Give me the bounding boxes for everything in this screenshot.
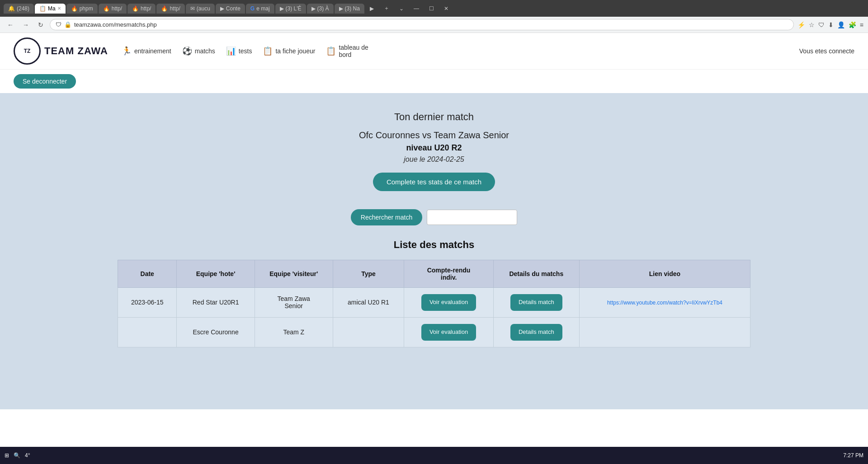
address-bar[interactable]: 🛡 🔒 teamzawa.com/mesmatchs.php — [50, 19, 794, 30]
matches-table: Date Equipe 'hote' Equipe 'visiteur' Typ… — [118, 260, 750, 347]
menu-icon[interactable]: ≡ — [860, 21, 863, 28]
shield-icon: 🛡 — [56, 21, 61, 28]
tabs-container: 🔔(248) 📋Ma✕ 🔥phpm 🔥http/ 🔥http/ 🔥http/ ✉… — [4, 3, 453, 14]
search-button[interactable]: Rechercher match — [351, 209, 422, 225]
video-link: https://www.youtube.com/watch?v=IiXrvwYz… — [607, 300, 722, 306]
tab-phpm[interactable]: 🔥phpm — [66, 4, 98, 14]
browser-controls: ← → ↻ 🛡 🔒 teamzawa.com/mesmatchs.php ⚡ ☆… — [0, 17, 868, 33]
col-compte-rendu: Compte-renduindiv. — [404, 260, 493, 288]
profile-icon[interactable]: 👤 — [837, 21, 845, 28]
col-type: Type — [333, 260, 404, 288]
cell-home: Red Star U20R1 — [177, 288, 255, 318]
translate-icon[interactable]: ⚡ — [797, 21, 805, 28]
nav-tests-label: tests — [239, 47, 252, 55]
window-maximize[interactable]: ☐ — [425, 4, 439, 14]
tab-http1[interactable]: 🔥http/ — [99, 4, 127, 14]
player-icon: 📋 — [263, 46, 273, 56]
main-content: Ton dernier match Ofc Couronnes vs Team … — [0, 93, 868, 409]
bookmark-icon[interactable]: ☆ — [809, 21, 815, 28]
tab-more[interactable]: ▶ — [365, 4, 378, 14]
browser-actions: ⚡ ☆ 🛡 ⬇ 👤 🧩 ≡ — [797, 21, 863, 28]
lock-icon: 🔒 — [64, 21, 71, 28]
search-area: Rechercher match — [9, 209, 859, 225]
tab-notifications[interactable]: 🔔(248) — [4, 4, 34, 14]
tab-active[interactable]: 📋Ma✕ — [35, 4, 66, 14]
tab-youtube2[interactable]: ▶(3) L'É — [275, 4, 306, 14]
cell-visitor: Team ZawaSenior — [255, 288, 333, 318]
dashboard-icon: 📋 — [326, 46, 336, 56]
tab-list[interactable]: ⌄ — [395, 4, 408, 14]
cell-visitor-2: Team Z — [255, 317, 333, 347]
main-nav: 🏃 entrainement ⚽ matchs 📊 tests 📋 ta fic… — [122, 44, 854, 58]
table-row: Escre Couronne Team Z Voir evaluation De… — [118, 317, 750, 347]
match-info: Ofc Couronnes vs Team Zawa Senior niveau… — [9, 130, 859, 164]
nav-matchs[interactable]: ⚽ matchs — [182, 46, 215, 56]
cell-date-2 — [118, 317, 177, 347]
nav-entrainement-label: entrainement — [134, 47, 171, 55]
soccer-icon: ⚽ — [182, 46, 192, 56]
nav-tableau[interactable]: 📋 tableau debord — [326, 44, 368, 58]
details-match-button-2[interactable]: Details match — [510, 324, 562, 341]
nav-tests[interactable]: 📊 tests — [226, 46, 252, 56]
logo-text: TZ — [24, 48, 31, 54]
nav-matchs-label: matchs — [195, 47, 215, 55]
table-row: 2023-06-15 Red Star U20R1 Team ZawaSenio… — [118, 288, 750, 318]
col-date: Date — [118, 260, 177, 288]
col-visitor: Equipe 'visiteur' — [255, 260, 333, 288]
tab-http3[interactable]: 🔥http/ — [156, 4, 184, 14]
table-header-row: Date Equipe 'hote' Equipe 'visiteur' Typ… — [118, 260, 750, 288]
connected-text: Vous etes connecte — [799, 47, 854, 55]
cell-video-2 — [579, 317, 750, 347]
voir-evaluation-button[interactable]: Voir evaluation — [421, 294, 476, 311]
back-button[interactable]: ← — [5, 20, 16, 29]
voir-evaluation-button-2[interactable]: Voir evaluation — [421, 324, 476, 341]
extensions-icon[interactable]: 🧩 — [849, 21, 856, 28]
logo: TZ — [14, 37, 41, 65]
tab-google[interactable]: Ge maj — [246, 4, 274, 14]
logout-button[interactable]: Se deconnecter — [14, 74, 76, 89]
col-details: Details du matchs — [493, 260, 579, 288]
window-close[interactable]: ✕ — [439, 4, 453, 14]
tab-gmail[interactable]: ✉(aucu — [186, 4, 215, 14]
window-minimize[interactable]: — — [409, 4, 424, 14]
cell-evaluation-2: Voir evaluation — [404, 317, 493, 347]
details-match-button[interactable]: Details match — [510, 294, 562, 311]
list-title: Liste des matchs — [9, 239, 859, 251]
site-name: TEAM ZAWA — [44, 45, 108, 57]
cell-details-2: Details match — [493, 317, 579, 347]
cell-type-2 — [333, 317, 404, 347]
cell-evaluation: Voir evaluation — [404, 288, 493, 318]
nav-tableau-label: tableau debord — [339, 44, 368, 58]
close-icon[interactable]: ✕ — [57, 6, 61, 11]
cell-video: https://www.youtube.com/watch?v=IiXrvwYz… — [579, 288, 750, 318]
tab-youtube3[interactable]: ▶(3) À — [307, 4, 334, 14]
forward-button[interactable]: → — [20, 20, 32, 29]
nav-fiche[interactable]: 📋 ta fiche joueur — [263, 46, 315, 56]
tab-http2[interactable]: 🔥http/ — [127, 4, 156, 14]
match-teams: Ofc Couronnes vs Team Zawa Senior — [9, 130, 859, 141]
complete-stats-button[interactable]: Complete tes stats de ce match — [373, 173, 495, 191]
logo-area: TZ TEAM ZAWA — [14, 37, 108, 65]
tab-new[interactable]: ＋ — [379, 3, 394, 14]
reload-button[interactable]: ↻ — [35, 20, 46, 29]
download-icon[interactable]: ⬇ — [828, 21, 834, 28]
last-match-title: Ton dernier match — [9, 111, 859, 123]
col-home: Equipe 'hote' — [177, 260, 255, 288]
cell-date: 2023-06-15 — [118, 288, 177, 318]
shield-action-icon[interactable]: 🛡 — [818, 21, 825, 28]
tab-youtube1[interactable]: ▶Conte — [216, 4, 245, 14]
cell-details: Details match — [493, 288, 579, 318]
nav-fiche-label: ta fiche joueur — [275, 47, 315, 55]
site-header: TZ TEAM ZAWA 🏃 entrainement ⚽ matchs 📊 t… — [0, 33, 868, 70]
cell-home-2: Escre Couronne — [177, 317, 255, 347]
cell-type: amical U20 R1 — [333, 288, 404, 318]
search-input[interactable] — [427, 210, 517, 225]
run-icon: 🏃 — [122, 46, 132, 56]
url-text: teamzawa.com/mesmatchs.php — [74, 21, 157, 28]
browser-tab-bar: 🔔(248) 📋Ma✕ 🔥phpm 🔥http/ 🔥http/ 🔥http/ ✉… — [0, 0, 868, 17]
match-level: niveau U20 R2 — [9, 143, 859, 153]
col-video: Lien video — [579, 260, 750, 288]
tab-youtube4[interactable]: ▶(3) Na — [335, 4, 364, 14]
match-date: joue le 2024-02-25 — [9, 155, 859, 164]
nav-entrainement[interactable]: 🏃 entrainement — [122, 46, 171, 56]
